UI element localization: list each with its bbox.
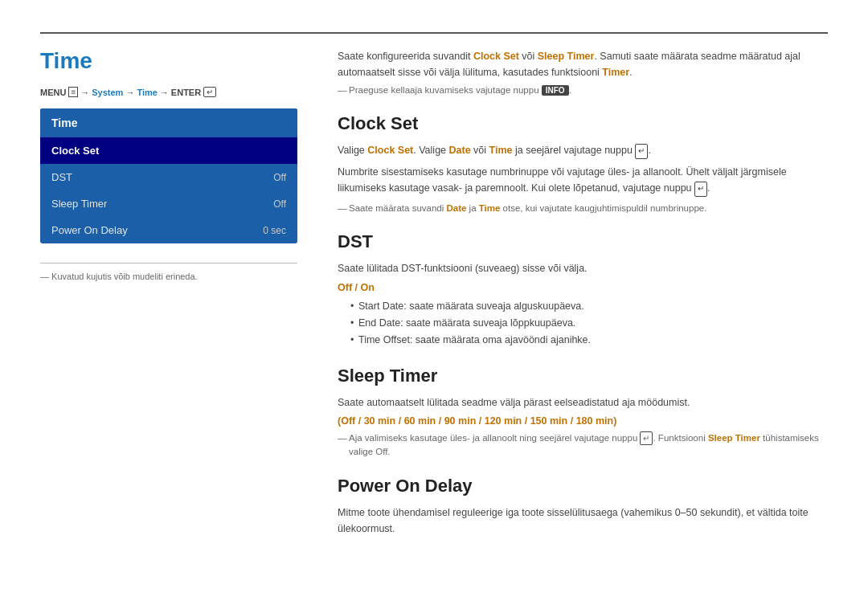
- menu-time-path: Time: [137, 88, 157, 97]
- dst-section-title: DST: [338, 231, 828, 252]
- left-note: — Kuvatud kujutis võib mudeliti erineda.: [40, 272, 297, 281]
- menu-arrow: →: [80, 88, 89, 97]
- dst-label: DST: [51, 171, 72, 183]
- top-divider: [40, 32, 828, 34]
- sleep-timer-options: (Off / 30 min / 60 min / 90 min / 120 mi…: [338, 415, 828, 427]
- time-offset-label: Time Offset: [358, 334, 410, 345]
- menu-item-dst[interactable]: DST Off: [40, 164, 297, 190]
- power-on-delay-section-title: Power On Delay: [338, 476, 828, 497]
- sleep-timer-inline: Sleep Timer: [538, 51, 595, 62]
- intro-note: Praeguse kellaaja kuvamiseks vajutage nu…: [338, 85, 828, 96]
- sleep-timer-para1: Saate automaatselt lülitada seadme välja…: [338, 394, 828, 411]
- cs-bold3: Time: [489, 145, 513, 156]
- page-container: Time MENU ≡ → System → Time → ENTER ↵ Ti…: [0, 0, 868, 584]
- menu-arrow2: →: [125, 88, 134, 97]
- menu-box-title: Time: [40, 108, 297, 137]
- content-layout: Time MENU ≡ → System → Time → ENTER ↵ Ti…: [40, 48, 828, 552]
- start-date-label: Start Date: [358, 300, 403, 312]
- sleep-timer-label: Sleep Timer: [51, 198, 107, 210]
- sleep-timer-note: Aja valimiseks kasutage üles- ja allanoo…: [338, 431, 828, 460]
- page-title: Time: [40, 48, 297, 74]
- dst-para1: Saate lülitada DST-funktsiooni (suveaeg)…: [338, 260, 828, 277]
- end-date-label: End Date: [358, 317, 400, 329]
- menu-arrow3: →: [160, 88, 169, 97]
- menu-item-power-on-delay[interactable]: Power On Delay 0 sec: [40, 217, 297, 243]
- section-sleep-timer: Sleep Timer Saate automaatselt lülitada …: [338, 366, 828, 460]
- menu-prefix: MENU: [40, 88, 66, 97]
- section-dst: DST Saate lülitada DST-funktsiooni (suve…: [338, 231, 828, 349]
- clock-set-section-title: Clock Set: [338, 113, 828, 134]
- section-power-on-delay: Power On Delay Mitme toote ühendamisel r…: [338, 476, 828, 537]
- menu-system: System: [92, 88, 123, 97]
- clock-set-note: Saate määrata suvandi Date ja Time otse,…: [338, 202, 828, 215]
- cs-note-date: Date: [446, 203, 466, 213]
- note-dash: —: [40, 272, 51, 281]
- sleep-timer-section-title: Sleep Timer: [338, 366, 828, 386]
- menu-path: MENU ≡ → System → Time → ENTER ↵: [40, 87, 297, 97]
- menu-item-sleep-timer[interactable]: Sleep Timer Off: [40, 190, 297, 217]
- dst-bullets: Start Date: saate määrata suveaja algusk…: [338, 298, 828, 349]
- enter-icon: ↵: [203, 87, 216, 97]
- right-panel: Saate konfigureerida suvandit Clock Set …: [330, 48, 828, 552]
- note-box: — Kuvatud kujutis võib mudeliti erineda.: [40, 263, 297, 281]
- cs-enter: ↵: [635, 144, 648, 159]
- cs-bold2: Date: [449, 145, 471, 156]
- intro-text: Saate konfigureerida suvandit Clock Set …: [338, 48, 828, 80]
- clock-set-para2: Numbrite sisestamiseks kasutage numbrinu…: [338, 164, 828, 197]
- dst-options: Off / On: [338, 282, 828, 293]
- dst-bullet-offset: Time Offset: saate määrata oma ajavööndi…: [350, 332, 828, 349]
- st-enter: ↵: [640, 431, 653, 445]
- menu-box: Time Clock Set DST Off Sleep Timer Off P…: [40, 108, 297, 243]
- sleep-timer-value: Off: [273, 198, 286, 210]
- cs-bold1: Clock Set: [367, 145, 413, 156]
- power-on-delay-para1: Mitme toote ühendamisel reguleerige iga …: [338, 505, 828, 537]
- dst-bullet-end: End Date: saate määrata suveaja lõppkuup…: [350, 315, 828, 332]
- cs-note-time: Time: [479, 203, 501, 213]
- clock-set-para1: Valige Clock Set. Valige Date või Time j…: [338, 142, 828, 159]
- power-on-delay-label: Power On Delay: [51, 224, 128, 236]
- st-bold: Sleep Timer: [708, 433, 760, 443]
- dst-bullet-start: Start Date: saate määrata suveaja algusk…: [350, 298, 828, 315]
- clock-set-label: Clock Set: [51, 145, 99, 157]
- timer-inline: Timer: [602, 67, 629, 78]
- info-badge: INFO: [542, 85, 569, 96]
- power-on-delay-value: 0 sec: [263, 225, 286, 236]
- menu-item-clock-set[interactable]: Clock Set: [40, 137, 297, 164]
- left-panel: Time MENU ≡ → System → Time → ENTER ↵ Ti…: [40, 48, 297, 552]
- clock-set-inline: Clock Set: [473, 51, 519, 62]
- dst-value: Off: [273, 172, 286, 183]
- menu-icon: ≡: [68, 87, 78, 97]
- cs-enter2: ↵: [694, 182, 707, 197]
- menu-enter-label: ENTER: [171, 88, 201, 97]
- section-clock-set: Clock Set Valige Clock Set. Valige Date …: [338, 113, 828, 215]
